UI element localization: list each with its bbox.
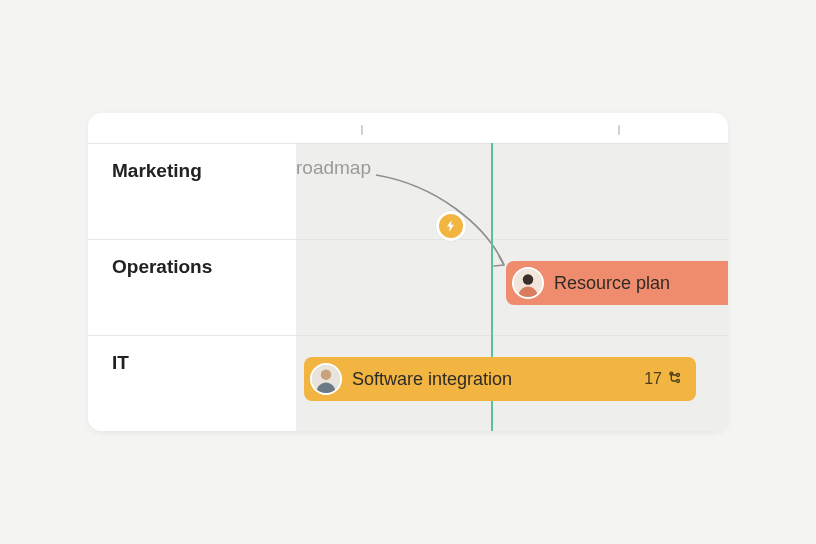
svg-point-6 [677,374,680,377]
row-label-it[interactable]: IT [88,335,296,431]
svg-point-5 [677,380,680,383]
svg-point-3 [321,369,332,380]
subtasks-icon [668,371,684,387]
ghost-task-label: roadmap [296,157,371,179]
svg-point-1 [523,274,534,285]
row-labels-column: Marketing Operations IT [88,143,296,431]
lightning-icon [444,219,458,233]
avatar [310,363,342,395]
task-bar-resource-plan[interactable]: Resource plan [506,261,728,305]
automation-bolt-icon[interactable] [436,211,466,241]
row-label-marketing[interactable]: Marketing [88,143,296,239]
row-label-operations[interactable]: Operations [88,239,296,335]
subtask-count-value: 17 [644,370,662,388]
timeline-card: Marketing Operations IT roadmap [88,113,728,431]
task-title: Resource plan [554,273,670,294]
task-bar-software-integration[interactable]: Software integration 17 [304,357,696,401]
ruler-tick [618,125,620,135]
timeline-grid[interactable]: roadmap Resource plan [296,143,728,431]
row-divider [296,335,728,336]
timeline-ruler [88,113,728,143]
row-divider [296,239,728,240]
task-title: Software integration [352,369,512,390]
row-divider [296,143,728,144]
subtask-count[interactable]: 17 [644,370,684,388]
avatar [512,267,544,299]
ruler-tick [361,125,363,135]
